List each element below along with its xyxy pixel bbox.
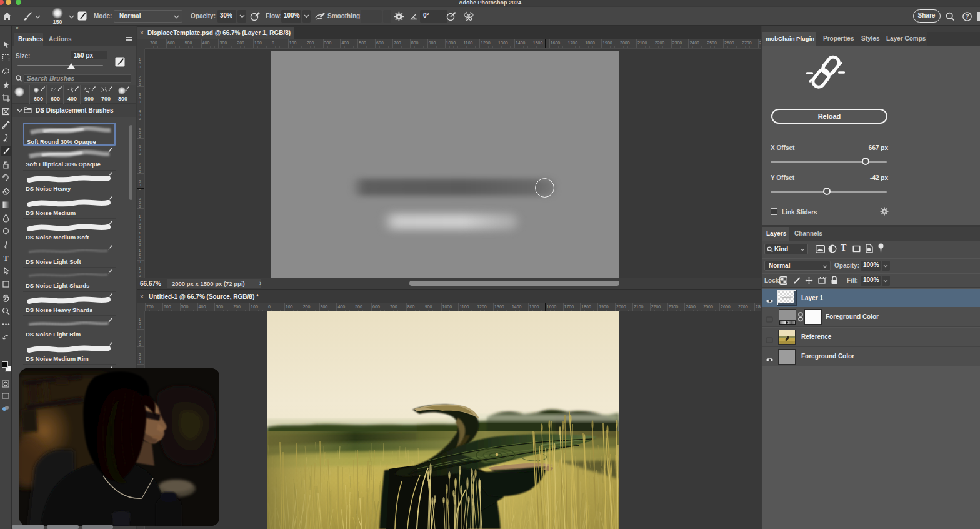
svg-text:T: T	[3, 254, 8, 263]
svg-text:?: ?	[965, 13, 969, 20]
